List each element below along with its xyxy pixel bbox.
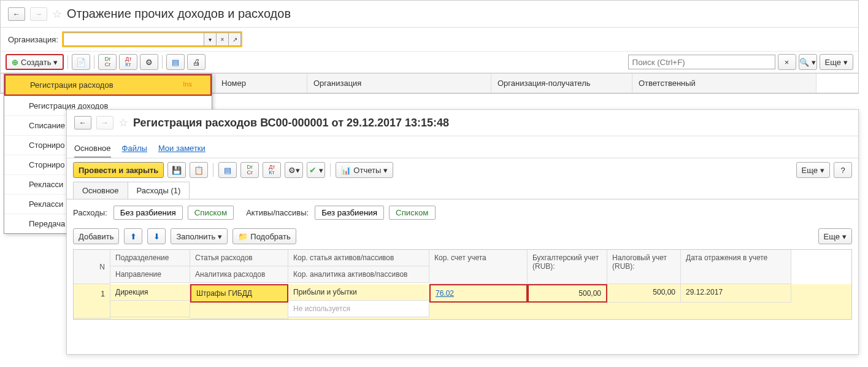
check-icon: ✔: [309, 165, 317, 175]
pick-button[interactable]: 📁Подобрать: [232, 228, 296, 244]
grid-row[interactable]: 1 Дирекция Штрафы ГИБДД Прибыли и убытки…: [74, 284, 851, 319]
front-nav-back-button[interactable]: ←: [74, 116, 91, 129]
hdr-buh[interactable]: Бухгалтерский учет (RUB):: [528, 250, 607, 284]
move-up-button[interactable]: ⬆: [124, 228, 142, 244]
expenses-grid: N Подразделение Направление Статья расхо…: [73, 249, 852, 320]
col-org-recv[interactable]: Организация-получатель: [491, 74, 632, 93]
search-input[interactable]: [628, 55, 775, 69]
nav-back-button[interactable]: ←: [8, 7, 25, 21]
list-button[interactable]: ▤: [166, 54, 185, 70]
hdr-tax[interactable]: Налоговый учет (RUB):: [607, 250, 681, 284]
hdr-dir[interactable]: Направление: [110, 266, 190, 283]
front-list-button[interactable]: ▤: [218, 162, 237, 178]
nav-forward-button[interactable]: →: [30, 7, 47, 21]
window-front: ← → ☆ Регистрация расходов ВС00-000001 о…: [66, 109, 859, 355]
tab-main[interactable]: Основное: [74, 141, 111, 158]
print-button[interactable]: 🖨: [187, 54, 205, 70]
hdr-acct[interactable]: Кор. счет учета: [429, 250, 528, 284]
save-button[interactable]: 💾: [167, 162, 186, 178]
org-label: Организация:: [8, 35, 58, 44]
gear-icon: ⚙: [145, 58, 153, 67]
approve-button[interactable]: ✔▾: [307, 162, 325, 178]
favorite-icon[interactable]: ☆: [52, 7, 62, 21]
chart-icon: 📊: [341, 166, 351, 175]
cell-date[interactable]: 29.12.2017: [681, 284, 791, 303]
copy-button[interactable]: 📄: [72, 54, 90, 70]
org-open-button[interactable]: ↗: [229, 33, 241, 46]
cell-cor[interactable]: Прибыли и убытки: [288, 284, 429, 301]
col-number[interactable]: Номер: [215, 74, 307, 93]
move-down-button[interactable]: ⬇: [147, 228, 166, 244]
hdr-stat[interactable]: Статья расходов: [190, 250, 288, 266]
add-row-button[interactable]: Добавить: [73, 228, 119, 244]
post-and-close-button[interactable]: Провести и закрыть: [73, 162, 164, 178]
front-title: Регистрация расходов ВС00-000001 от 29.1…: [133, 117, 449, 129]
aktivy-no-split-button[interactable]: Без разбиения: [315, 206, 384, 220]
folder-icon: 📁: [238, 232, 248, 241]
page-title: Отражение прочих доходов и расходов: [67, 7, 291, 21]
search-button[interactable]: 🔍▾: [799, 54, 817, 70]
front-nav-forward-button[interactable]: →: [96, 116, 113, 129]
rashody-no-split-button[interactable]: Без разбиения: [113, 206, 183, 220]
org-clear-button[interactable]: ×: [217, 33, 229, 46]
reports-button[interactable]: 📊Отчеты ▾: [336, 162, 393, 178]
print-icon: 🖨: [193, 58, 201, 67]
plus-icon: ⊕: [12, 58, 18, 67]
search-clear-button[interactable]: ×: [778, 54, 796, 70]
subtab-main[interactable]: Основное: [73, 182, 128, 199]
org-input[interactable]: [63, 33, 204, 46]
list-icon: ▤: [172, 58, 179, 67]
org-dropdown-button[interactable]: ▾: [204, 33, 217, 46]
post-icon: 📋: [194, 166, 204, 175]
post-button[interactable]: 📋: [190, 162, 208, 178]
dtkt-icon: ДтКт: [269, 164, 275, 176]
create-button[interactable]: ⊕Создать▾: [6, 54, 64, 70]
col-resp[interactable]: Ответственный: [632, 74, 816, 93]
filter-rashody-label: Расходы:: [73, 208, 107, 217]
hdr-anal[interactable]: Аналитика расходов: [190, 266, 288, 283]
hdr-cor-stat[interactable]: Кор. статья активов/пассивов: [288, 250, 429, 266]
grid-more-button[interactable]: Еще ▾: [818, 228, 852, 244]
fill-button[interactable]: Заполнить ▾: [171, 228, 228, 244]
cell-anal[interactable]: [190, 303, 288, 319]
disk-icon: 💾: [172, 166, 182, 175]
org-input-highlight: ▾ × ↗: [62, 31, 242, 47]
front-dtkt-button[interactable]: ДтКт: [263, 162, 281, 178]
more-button[interactable]: Еще ▾: [820, 54, 853, 70]
hdr-date[interactable]: Дата отражения в учете: [681, 250, 791, 284]
tab-notes[interactable]: Мои заметки: [158, 141, 205, 158]
hdr-dept[interactable]: Подразделение: [110, 250, 190, 266]
gear-icon: ⚙▾: [288, 166, 300, 175]
menu-item-reg-expenses[interactable]: Регистрация расходов Ins: [4, 74, 212, 96]
dtkt-icon: ДтКт: [125, 56, 131, 68]
front-drcr-button[interactable]: DrCr: [240, 162, 259, 178]
drcr-button[interactable]: DrCr: [98, 54, 117, 70]
subtab-expenses[interactable]: Расходы (1): [128, 182, 190, 199]
dtkt-button[interactable]: ДтКт: [119, 54, 137, 70]
drcr-icon: DrCr: [105, 56, 111, 68]
arrow-down-icon: ⬇: [153, 232, 160, 241]
rashody-list-button[interactable]: Списком: [188, 206, 234, 220]
list-icon: ▤: [224, 166, 231, 175]
copy-icon: 📄: [76, 58, 86, 67]
arrow-up-icon: ⬆: [130, 232, 137, 241]
cell-unused[interactable]: Не используется: [288, 301, 429, 317]
cell-dir[interactable]: [110, 301, 190, 317]
tab-files[interactable]: Файлы: [122, 141, 147, 158]
search-icon: 🔍: [799, 58, 809, 67]
cell-stat[interactable]: Штрафы ГИБДД: [190, 284, 288, 303]
front-favorite-icon[interactable]: ☆: [118, 116, 128, 129]
col-org[interactable]: Организация: [307, 74, 491, 93]
settings-button[interactable]: ⚙: [140, 54, 158, 70]
help-button[interactable]: ?: [834, 162, 852, 178]
cell-buh[interactable]: 500,00: [528, 284, 607, 303]
front-more-button[interactable]: Еще ▾: [796, 162, 830, 178]
front-settings-button[interactable]: ⚙▾: [285, 162, 303, 178]
cell-tax[interactable]: 500,00: [607, 284, 681, 303]
cell-n[interactable]: 1: [74, 284, 110, 319]
hdr-cor-anal[interactable]: Кор. аналитика активов/пассивов: [288, 266, 429, 283]
aktivy-list-button[interactable]: Списком: [389, 206, 436, 220]
cell-acct[interactable]: 76.02: [429, 284, 528, 303]
hdr-n[interactable]: N: [74, 250, 110, 284]
cell-dept[interactable]: Дирекция: [110, 284, 190, 301]
